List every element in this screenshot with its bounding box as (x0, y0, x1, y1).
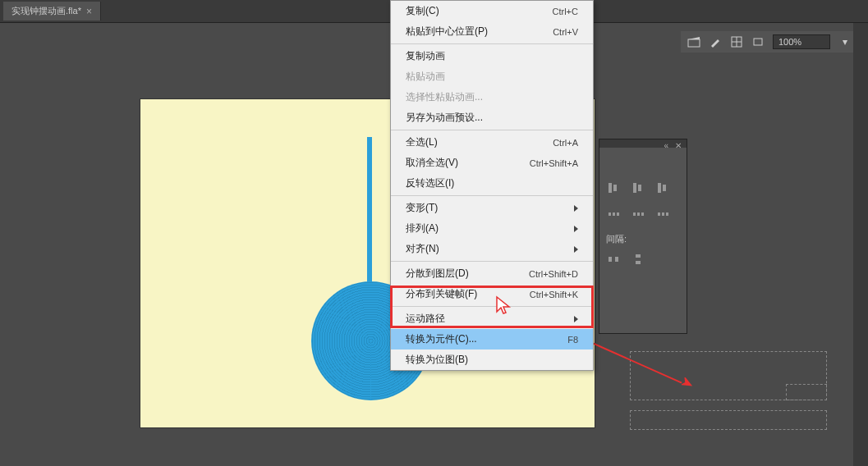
stage-toolbar: ▾ (681, 31, 858, 53)
align-icon-2[interactable] (631, 180, 645, 195)
svg-rect-14 (633, 212, 636, 216)
menu-label: 转换为位图(B) (406, 353, 468, 367)
zoom-input[interactable] (773, 34, 830, 49)
menu-item[interactable]: 排列(A) (391, 218, 593, 239)
menu-label: 选择性粘贴动画... (406, 90, 483, 104)
menu-label: 分布到关键帧(F) (406, 287, 477, 301)
svg-rect-9 (658, 183, 661, 193)
align-icon-3[interactable] (655, 180, 670, 195)
collapse-icon[interactable]: « (664, 141, 668, 146)
svg-rect-4 (754, 39, 762, 45)
tab-title: 实现钟摆动画.fla* (11, 5, 81, 17)
menu-item[interactable]: 反转选区(I) (391, 173, 593, 194)
svg-rect-23 (636, 261, 641, 264)
menu-separator (391, 195, 593, 196)
distribute-icon-3[interactable] (655, 207, 670, 222)
menu-separator (391, 306, 593, 307)
svg-rect-11 (609, 212, 611, 216)
guide-box (630, 410, 827, 430)
submenu-arrow-icon (574, 246, 578, 253)
document-tab[interactable]: 实现钟摆动画.fla* × (3, 2, 101, 21)
menu-label: 粘贴到中心位置(P) (406, 25, 488, 39)
menu-label: 运动路径 (406, 312, 445, 326)
dropdown-icon[interactable]: ▾ (838, 35, 852, 48)
menu-label: 粘贴动画 (406, 70, 445, 84)
menu-label: 取消全选(V) (406, 156, 458, 170)
menu-label: 全选(L) (406, 135, 438, 149)
menu-shortcut: Ctrl+Shift+K (530, 290, 578, 299)
menu-item: 粘贴动画 (391, 66, 593, 87)
menu-label: 对齐(N) (406, 242, 439, 256)
menu-label: 变形(T) (406, 201, 438, 215)
svg-rect-6 (613, 185, 617, 191)
close-icon[interactable]: ✕ (675, 141, 682, 146)
svg-rect-10 (663, 185, 666, 191)
menu-label: 排列(A) (406, 222, 439, 235)
svg-rect-18 (662, 212, 664, 216)
menu-item[interactable]: 粘贴到中心位置(P)Ctrl+V (391, 21, 593, 42)
grid-icon[interactable] (730, 35, 743, 48)
menu-separator (391, 43, 593, 44)
svg-rect-7 (633, 183, 636, 193)
align-icon-1[interactable] (606, 180, 621, 195)
context-menu: 复制(C)Ctrl+C粘贴到中心位置(P)Ctrl+V复制动画粘贴动画选择性粘贴… (390, 0, 594, 371)
gap-icon-1[interactable] (606, 252, 621, 267)
guides-area (630, 351, 827, 458)
menu-label: 转换为元件(C)... (406, 332, 477, 346)
menu-item[interactable]: 分散到图层(D)Ctrl+Shift+D (391, 263, 593, 284)
menu-label: 反转选区(I) (406, 176, 454, 190)
rect-icon[interactable] (751, 35, 765, 48)
menu-item[interactable]: 另存为动画预设... (391, 107, 593, 128)
svg-rect-20 (609, 257, 612, 262)
menu-label: 复制动画 (406, 49, 445, 63)
gap-icon-2[interactable] (631, 252, 645, 267)
submenu-arrow-icon (574, 316, 578, 322)
panel-header: « ✕ (599, 139, 687, 148)
svg-rect-13 (617, 212, 619, 216)
menu-item[interactable]: 运动路径 (391, 308, 593, 329)
svg-rect-15 (637, 212, 640, 216)
svg-rect-17 (658, 212, 660, 216)
menu-shortcut: Ctrl+Shift+A (530, 158, 578, 168)
menu-item[interactable]: 转换为元件(C)...F8 (391, 329, 593, 350)
menu-item[interactable]: 全选(L)Ctrl+A (391, 132, 593, 153)
menu-separator (391, 130, 593, 130)
svg-rect-21 (615, 257, 618, 262)
menu-item[interactable]: 对齐(N) (391, 239, 593, 259)
svg-rect-8 (638, 185, 641, 191)
menu-label: 分散到图层(D) (406, 267, 469, 281)
annotation-arrow-head (682, 377, 696, 395)
clapper-icon[interactable] (687, 35, 700, 48)
menu-shortcut: Ctrl+Shift+D (529, 269, 578, 279)
menu-shortcut: Ctrl+V (553, 27, 578, 37)
svg-rect-16 (641, 212, 644, 216)
svg-rect-19 (666, 212, 668, 216)
menu-shortcut: Ctrl+C (553, 7, 578, 16)
menu-item: 选择性粘贴动画... (391, 87, 593, 107)
submenu-arrow-icon (574, 226, 578, 232)
menu-item[interactable]: 复制动画 (391, 46, 593, 66)
menu-shortcut: F8 (567, 335, 578, 345)
submenu-arrow-icon (574, 205, 578, 212)
menu-item[interactable]: 转换为位图(B) (391, 350, 593, 370)
menu-item[interactable]: 取消全选(V)Ctrl+Shift+A (391, 153, 593, 173)
distribute-icon-1[interactable] (606, 207, 621, 222)
menu-item[interactable]: 变形(T) (391, 198, 593, 218)
svg-rect-0 (688, 39, 700, 47)
menu-label: 另存为动画预设... (406, 111, 483, 125)
pencil-icon[interactable] (709, 35, 722, 48)
svg-rect-5 (609, 183, 612, 193)
align-panel: « ✕ 间隔: (599, 139, 687, 334)
distribute-icon-2[interactable] (631, 207, 645, 222)
menu-separator (391, 261, 593, 262)
scrollbar[interactable] (853, 23, 868, 466)
svg-rect-12 (613, 212, 615, 216)
menu-label: 复制(C) (406, 4, 439, 18)
guide-box (786, 384, 827, 400)
menu-item[interactable]: 复制(C)Ctrl+C (391, 1, 593, 21)
svg-rect-22 (636, 254, 641, 258)
menu-item[interactable]: 分布到关键帧(F)Ctrl+Shift+K (391, 284, 593, 304)
gap-label: 间隔: (606, 233, 680, 245)
close-icon[interactable]: × (86, 6, 92, 17)
menu-shortcut: Ctrl+A (553, 138, 578, 148)
